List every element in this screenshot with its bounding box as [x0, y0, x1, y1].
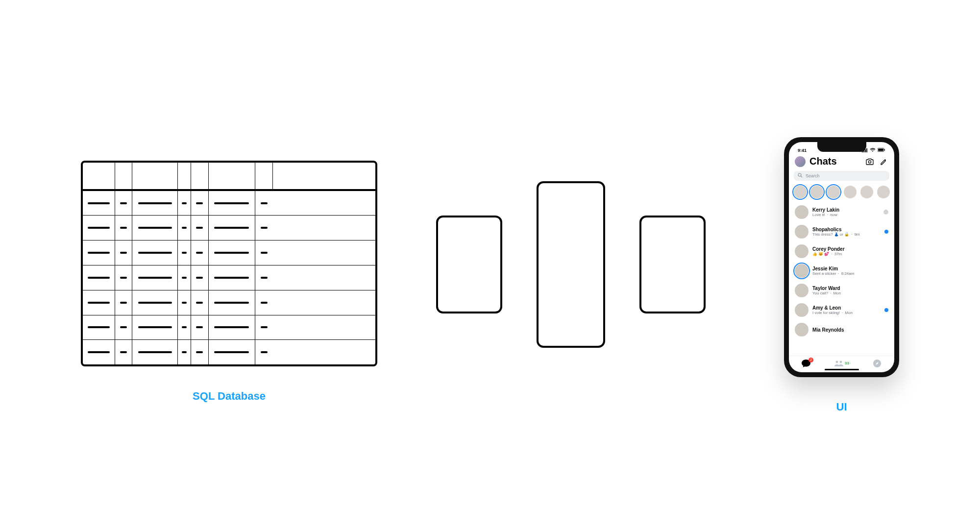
table-cell — [132, 191, 178, 216]
table-cell — [255, 191, 273, 216]
chat-list: Kerry LakinLove it! · nowShopaholicsThis… — [789, 202, 894, 356]
table-row — [83, 216, 375, 240]
profile-avatar[interactable] — [795, 156, 806, 167]
table-cell — [132, 216, 178, 240]
table-cell — [191, 290, 209, 315]
chat-name: Corey Ponder — [812, 246, 888, 252]
chat-row[interactable]: Taylor WardYou call? · Mon — [789, 281, 894, 300]
table-cell — [132, 290, 178, 315]
table-cell — [115, 265, 133, 290]
tab-discover[interactable] — [871, 359, 883, 368]
table-cell — [83, 191, 115, 216]
chat-subtitle: You call? · Mon — [812, 291, 888, 295]
text-stub — [138, 227, 172, 229]
table-cell — [191, 240, 209, 265]
text-stub — [182, 351, 187, 353]
chat-text: Corey Ponder👍 🐱 💕 · 37m — [812, 246, 888, 256]
abstract-card — [537, 181, 605, 348]
text-stub — [138, 252, 172, 254]
text-stub — [120, 252, 127, 254]
text-stub — [182, 202, 187, 204]
text-stub — [88, 302, 110, 304]
text-stub — [120, 202, 127, 204]
table-row — [83, 315, 375, 340]
table-row — [83, 290, 375, 315]
text-stub — [261, 302, 268, 304]
text-stub — [88, 202, 110, 204]
story-avatar[interactable] — [877, 186, 890, 198]
story-avatar[interactable] — [844, 186, 857, 198]
chat-avatar — [795, 244, 808, 258]
table-cell — [209, 191, 256, 216]
text-stub — [261, 326, 268, 328]
tab-people[interactable]: 33 — [834, 359, 849, 368]
story-avatar[interactable] — [794, 186, 807, 198]
table-row — [83, 265, 375, 290]
table-cell — [178, 191, 191, 216]
story-avatar[interactable] — [827, 186, 840, 198]
ui-label: UI — [784, 401, 899, 413]
text-stub — [138, 277, 172, 279]
page-title: Chats — [809, 156, 861, 167]
table-cell — [178, 240, 191, 265]
table-cell — [83, 240, 115, 265]
wifi-icon — [870, 148, 876, 153]
chat-text: Taylor WardYou call? · Mon — [812, 286, 888, 295]
text-stub — [261, 277, 268, 279]
abstract-card — [436, 216, 502, 313]
chat-text: Kerry LakinLove it! · now — [812, 207, 880, 217]
text-stub — [138, 351, 172, 353]
table-cell — [209, 315, 256, 340]
text-stub — [196, 351, 203, 353]
chat-subtitle: I vote for skiing! · Mon — [812, 311, 881, 315]
table-cell — [255, 240, 273, 265]
chat-row[interactable]: Amy & LeonI vote for skiing! · Mon — [789, 300, 894, 320]
chat-row[interactable]: Jessie KimSent a sticker · 8:24am — [789, 261, 894, 281]
story-avatar[interactable] — [860, 186, 873, 198]
abstract-card — [639, 216, 706, 313]
text-stub — [120, 326, 127, 328]
table-cell — [255, 216, 273, 240]
table-cell — [178, 216, 191, 240]
table-cell — [132, 340, 178, 364]
svg-point-8 — [798, 173, 801, 176]
chat-avatar — [795, 225, 808, 239]
camera-icon[interactable] — [865, 157, 875, 167]
svg-rect-3 — [866, 148, 867, 152]
phone-screen: 9:41 Chats — [789, 142, 894, 372]
table-row — [83, 240, 375, 265]
table-cell — [83, 290, 115, 315]
text-stub — [196, 252, 203, 254]
svg-point-11 — [840, 361, 842, 363]
chat-name: Mia Reynolds — [812, 327, 888, 333]
table-cell — [115, 216, 133, 240]
text-stub — [182, 227, 187, 229]
table-row — [83, 340, 375, 364]
text-stub — [182, 326, 187, 328]
text-stub — [196, 202, 203, 204]
text-stub — [138, 302, 172, 304]
chat-row[interactable]: Mia Reynolds — [789, 320, 894, 339]
svg-rect-5 — [878, 149, 883, 151]
tab-chats[interactable]: 2 — [800, 359, 812, 368]
chat-row[interactable]: ShopaholicsThis dress? 👗 or 🔒 · 9m — [789, 222, 894, 241]
ui-block: 9:41 Chats — [784, 137, 899, 413]
search-input[interactable]: Search — [794, 171, 889, 181]
table-cell — [178, 265, 191, 290]
middle-cards — [436, 181, 706, 348]
table-cell — [115, 240, 133, 265]
text-stub — [120, 227, 127, 229]
text-stub — [214, 227, 249, 229]
text-stub — [88, 252, 110, 254]
unread-dot — [884, 230, 888, 234]
story-avatar[interactable] — [810, 186, 823, 198]
stories-row — [789, 185, 894, 202]
table-cell — [83, 216, 115, 240]
chat-subtitle: 👍 🐱 💕 · 37m — [812, 252, 888, 256]
chat-row[interactable]: Kerry LakinLove it! · now — [789, 202, 894, 222]
compose-icon[interactable] — [879, 157, 888, 167]
svg-point-7 — [868, 160, 871, 163]
table-cell — [255, 290, 273, 315]
chat-row[interactable]: Corey Ponder👍 🐱 💕 · 37m — [789, 241, 894, 261]
text-stub — [196, 326, 203, 328]
